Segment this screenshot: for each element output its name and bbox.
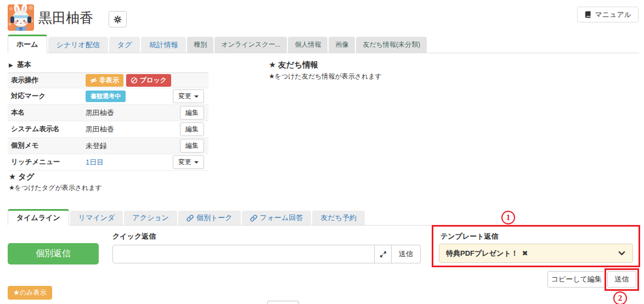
caret-down-icon [194,95,199,98]
star-only-filter-button[interactable]: ★のみ表示 [8,286,52,300]
tag-section-title: ★ タグ [9,172,35,182]
template-reply-highlight-box: テンプレート返信 特典PDFプレゼント！ ✖ [432,225,640,267]
tab-personal-info[interactable]: 個人情報 [288,37,327,53]
basic-section-header[interactable]: ▶ 基本 [8,58,208,73]
eye-slash-icon [90,77,97,84]
tab-stats[interactable]: 統計情報 [141,37,186,53]
memo-value: 未登録 [86,141,180,151]
rich-menu-link[interactable]: 1日目 [86,157,104,167]
tab-timeline[interactable]: タイムライン [8,209,69,226]
tab-form-answers-label: フォーム回答 [260,213,303,223]
row-label: 表示操作 [11,76,86,85]
expand-arrows-icon [380,251,387,258]
tab-image[interactable]: 画像 [329,37,355,53]
rich-menu-change-button-label: 変更 [178,157,191,167]
annotation-step-2: 2 [613,291,627,304]
table-row-memo: 個別メモ 未登録 編集 [8,138,208,154]
chevron-down-icon [618,249,626,257]
tab-type[interactable]: 種別 [187,37,213,53]
mark-change-button[interactable]: 変更 [173,89,204,103]
quick-reply-input[interactable] [112,245,375,263]
tab-form-answers[interactable]: フォーム回答 [242,211,312,225]
row-label: 個別メモ [11,141,86,150]
real-name-value: 黒田柚香 [86,108,180,118]
quick-reply-input-group: 送信 [112,245,421,263]
table-row-mark: 対応マーク 書類選考中 変更 [8,88,208,105]
manual-button[interactable]: マニュアル [577,7,639,22]
individual-reply-button[interactable]: 個別返信 [8,243,99,264]
template-selected-value: 特典PDFプレゼント！ [446,249,518,258]
profile-settings-button[interactable] [109,11,127,27]
link-icon [250,215,257,222]
remove-selection-icon[interactable]: ✖ [522,249,528,257]
row-label: 対応マーク [11,92,86,101]
quick-reply-label: クイック返信 [112,232,156,241]
quick-reply-send-button[interactable]: 送信 [392,245,421,263]
expand-input-button[interactable] [375,245,392,263]
table-row-display-ops: 表示操作 非表示 [8,73,208,88]
tab-friend-booking[interactable]: 友だち予約 [312,211,365,225]
tab-individual-talk[interactable]: 個別トーク [178,211,241,225]
annotation-step-1: 1 [501,211,515,224]
gear-icon [114,15,122,24]
memo-edit-button[interactable]: 編集 [180,139,204,153]
system-name-value: 黒田柚香 [86,125,180,134]
ban-icon [131,77,138,84]
profile-tabbar: ホーム シナリオ配信 タグ 統計情報 種別 オンラインスクー... 個人情報 画… [8,34,639,53]
send-button-highlight-box [605,268,639,291]
tab-action[interactable]: アクション [124,211,177,225]
template-reply-label: テンプレート返信 [440,232,499,241]
template-reply-select[interactable]: 特典PDFプレゼント！ ✖ [439,244,633,263]
tab-tag[interactable]: タグ [109,37,140,53]
mark-change-button-label: 変更 [178,92,191,101]
row-label: リッチメニュー [11,157,86,167]
friend-info-note: ★をつけた友だち情報が表示されます [269,72,382,81]
tag-section-note: ★をつけたタグが表示されます [9,183,102,193]
table-row-system-name: システム表示名 黒田柚香 編集 [8,121,208,138]
tab-friend-info-uncategorized[interactable]: 友だち情報(未分類) [356,37,427,53]
basic-section-title: 基本 [17,60,31,70]
block-button[interactable]: ブロック [126,74,171,87]
hide-button[interactable]: 非表示 [86,74,123,87]
row-label: システム表示名 [11,125,86,134]
mark-status-badge: 書類選考中 [86,91,126,102]
page-title: 黒田柚香 [38,9,93,27]
tab-online-school[interactable]: オンラインスクー... [214,37,287,53]
book-icon [584,11,591,18]
table-row-rich-menu: リッチメニュー 1日目 変更 [8,154,208,171]
tab-reminder[interactable]: リマインダ [70,211,123,225]
activity-tabbar: タイムライン リマインダ アクション 個別トーク フォーム回答 友だち予約 [8,210,639,226]
friend-profile-page: 黒田柚香 マニュアル ホーム シナリオ配信 [0,0,644,304]
friend-info-title: ★ 友だち情報 [269,60,318,70]
link-icon [187,215,194,222]
block-button-label: ブロック [140,76,167,85]
row-label: 本名 [11,108,86,117]
manual-button-label: マニュアル [595,10,631,20]
caret-down-icon [194,161,199,164]
basic-info-table: ▶ 基本 表示操作 非表示 [8,58,208,171]
hide-button-label: 非表示 [99,76,119,85]
triangle-right-icon: ▶ [9,62,13,68]
friend-avatar [8,4,34,31]
cutoff-button[interactable] [267,301,299,304]
tab-scenario[interactable]: シナリオ配信 [48,37,108,53]
tab-individual-talk-label: 個別トーク [196,213,233,223]
table-row-real-name: 本名 黒田柚香 編集 [8,105,208,121]
system-name-edit-button[interactable]: 編集 [180,122,204,136]
avatar-image [8,4,34,31]
tab-home[interactable]: ホーム [8,35,47,53]
rich-menu-change-button[interactable]: 変更 [173,155,204,169]
real-name-edit-button[interactable]: 編集 [180,106,204,120]
copy-and-edit-button[interactable]: コピーして編集 [547,271,606,288]
